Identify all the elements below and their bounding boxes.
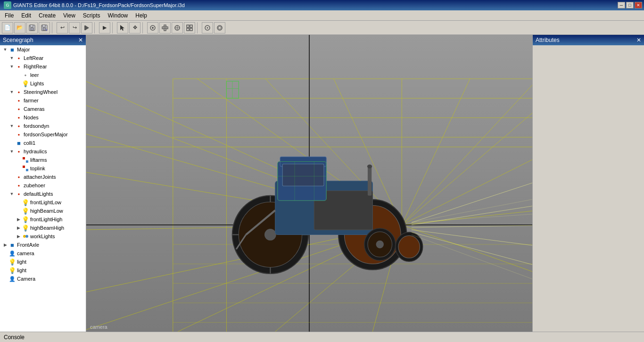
expand-fa[interactable]: ▶ [2, 242, 8, 248]
tree-item-farmer[interactable]: ● farmer [0, 96, 86, 105]
tree-item-flh[interactable]: ▶ 💡 frontLightHigh [0, 215, 86, 224]
menu-edit[interactable]: Edit [17, 11, 35, 20]
tree-item-hydraulics[interactable]: ▼ ● hydraulics [0, 147, 86, 156]
menu-bar: File Edit Create View Scripts Window Hel… [0, 10, 644, 21]
tree-item-leer[interactable]: ● leer [0, 71, 86, 79]
tree-item-toplink[interactable]: toplink [0, 164, 86, 173]
menu-scripts[interactable]: Scripts [79, 11, 104, 20]
svg-rect-1 [30, 25, 33, 27]
tree-item-colli1[interactable]: ■ colli1 [0, 139, 86, 147]
icon-nodes: ● [15, 114, 23, 121]
tree-item-zubehoer[interactable]: ● zubehoer [0, 181, 86, 190]
tree-item-worklights[interactable]: ▶ workLights [0, 232, 86, 241]
label-hbh: highBeamHigh [30, 225, 64, 231]
tool-1[interactable] [147, 22, 158, 33]
tree-item-leftrear[interactable]: ▼ ● LeftRear [0, 54, 86, 62]
expand-fdn[interactable]: ▼ [8, 123, 15, 129]
tool-5[interactable] [202, 22, 213, 33]
expand-nodes [8, 114, 15, 121]
icon-tl [22, 165, 29, 172]
label-l2: light [17, 267, 26, 273]
tree-item-fll[interactable]: 💡 frontLightLow [0, 198, 86, 207]
tree-item-attacher[interactable]: ● attacherJoints [0, 173, 86, 181]
tree-item-defaultlights[interactable]: ▼ ● defaultLights [0, 190, 86, 198]
expand-hyd[interactable]: ▼ [8, 148, 15, 155]
minimize-button[interactable]: ─ [618, 2, 625, 8]
title-text: G GIANTS Editor 64bit 8.0.0 - D:/Fs19_Fo… [2, 1, 185, 9]
new-button[interactable]: 📄 [2, 22, 13, 33]
attributes-title: Attributes [536, 37, 560, 43]
svg-point-85 [376, 241, 384, 249]
scenegraph-close-button[interactable]: ✕ [78, 37, 83, 43]
tree-item-frontaxle[interactable]: ▶ ■ FrontAxle [0, 241, 86, 249]
svg-point-87 [398, 236, 420, 259]
label-fsm: fordsonSuperMajor [24, 132, 68, 137]
tree-item-hbl[interactable]: 💡 highBeamLow [0, 207, 86, 215]
tree-item-fordson[interactable]: ● fordsonSuperMajor [0, 130, 86, 139]
expand-flh[interactable]: ▶ [15, 216, 22, 223]
scenegraph-content[interactable]: ▼ ■ Major ▼ ● LeftRear ▼ ● RightRear [0, 45, 86, 332]
tool-6[interactable] [214, 22, 225, 33]
tree-item-hbh[interactable]: ▶ 💡 highBeamHigh [0, 224, 86, 232]
svg-rect-18 [190, 25, 192, 27]
undo-button[interactable]: ↩ [57, 22, 68, 33]
svg-rect-13 [164, 25, 166, 31]
icon-leftrear: ● [15, 54, 23, 62]
menu-help[interactable]: Help [132, 11, 151, 20]
expand-major[interactable]: ▼ [2, 46, 8, 53]
expand-hbh[interactable]: ▶ [15, 225, 22, 231]
tree-item-lights[interactable]: 💡 Lights [0, 79, 86, 88]
open-button[interactable]: 📂 [14, 22, 25, 33]
attributes-close-button[interactable]: ✕ [636, 37, 641, 43]
tree-item-camera2[interactable]: 👤 Camera [0, 275, 86, 283]
tool-4[interactable] [184, 22, 195, 33]
expand-leftrear[interactable]: ▼ [8, 55, 15, 61]
expand-sw[interactable]: ▼ [8, 89, 15, 95]
label-la: liftarms [30, 157, 47, 163]
attributes-header: Attributes ✕ [533, 35, 644, 45]
save-as-button[interactable]: + [39, 22, 50, 33]
close-button[interactable]: ✕ [635, 2, 642, 8]
scenegraph-title: Scenegraph [3, 37, 33, 43]
expand-dl[interactable]: ▼ [8, 191, 15, 197]
expand-leer [15, 72, 22, 78]
unknown-button-1[interactable] [81, 22, 92, 33]
tree-item-nodes[interactable]: ● Nodes [0, 113, 86, 122]
icon-hyd: ● [15, 148, 23, 155]
menu-file[interactable]: File [1, 11, 17, 20]
tree-item-light1[interactable]: 💡 light [0, 258, 86, 266]
viewport[interactable]: camera [86, 35, 532, 332]
tree-item-rightrear[interactable]: ▼ ● RightRear [0, 62, 86, 71]
expand-zub [8, 182, 15, 189]
save-button[interactable] [26, 22, 38, 33]
tree-item-major[interactable]: ▼ ■ Major [0, 45, 86, 54]
svg-rect-2 [31, 28, 33, 30]
tree-item-camera[interactable]: 👤 camera [0, 249, 86, 258]
play-button[interactable]: ▶ [99, 22, 110, 33]
tool-3[interactable] [172, 22, 183, 33]
menu-create[interactable]: Create [35, 11, 59, 20]
tree-item-liftarms[interactable]: liftarms [0, 156, 86, 164]
tree-item-steeringwheel[interactable]: ▼ ● SteeringWheel [0, 88, 86, 96]
expand-lights [15, 80, 22, 87]
svg-rect-28 [26, 169, 28, 171]
tree-item-light2[interactable]: 💡 light [0, 266, 86, 275]
expand-rightrear[interactable]: ▼ [8, 63, 15, 70]
toolbar-separator-5 [197, 22, 200, 33]
icon-l2: 💡 [8, 267, 16, 274]
tree-item-cameras[interactable]: ● Cameras [0, 105, 86, 113]
svg-point-24 [218, 26, 221, 29]
select-button[interactable] [117, 22, 128, 33]
move-button[interactable]: ✥ [129, 22, 140, 33]
redo-button[interactable]: ↪ [69, 22, 80, 33]
menu-view[interactable]: View [59, 11, 79, 20]
svg-text:+: + [46, 28, 48, 31]
tool-2[interactable] [159, 22, 171, 33]
maximize-button[interactable]: □ [626, 2, 634, 8]
expand-wl[interactable]: ▶ [15, 233, 22, 240]
expand-farmer [8, 97, 15, 104]
expand-hbl [15, 208, 22, 214]
toolbar-separator-1 [52, 22, 55, 33]
tree-item-fordsondyn[interactable]: ▼ ● fordsondyn [0, 122, 86, 130]
menu-window[interactable]: Window [104, 11, 132, 20]
